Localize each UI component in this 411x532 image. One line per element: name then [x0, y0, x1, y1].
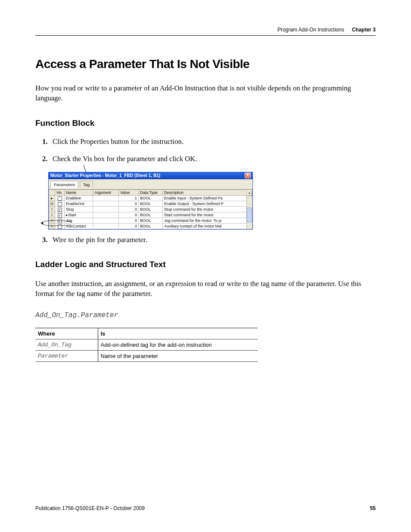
- cell-value: 0: [119, 201, 139, 207]
- cell-name: ▸Start: [65, 212, 93, 218]
- cell-datatype: BOOL: [139, 207, 163, 212]
- properties-dialog: Motor_Starter Properties - Motor_1_FBD (…: [48, 172, 253, 230]
- vis-checkbox[interactable]: [58, 224, 62, 229]
- step-2: 2.Check the Vis box for the parameter an…: [42, 155, 376, 163]
- where-is-table: Where Is Add_On_Tag Add-on-defined tag f…: [35, 328, 258, 362]
- cell-value: 0: [119, 212, 139, 218]
- grid-row[interactable]: I✓Jog0BOOLJog command for the motor. To …: [49, 218, 252, 224]
- callout-arrow: [41, 220, 49, 225]
- code-format: Add_On_Tag.Parameter: [35, 311, 376, 319]
- steps-list-cont: 3.Wire to the pin for the parameter.: [42, 236, 376, 244]
- grid-row[interactable]: OEnableOut0BOOLEnable Output - System De…: [49, 201, 252, 207]
- tab-tag[interactable]: Tag: [80, 181, 93, 188]
- section-ladder-logic: Ladder Logic and Structured Text: [35, 260, 376, 269]
- cell-description: Stop command for the motor.: [163, 207, 252, 212]
- cell-argument: [93, 196, 119, 201]
- cell-datatype: BOOL: [139, 218, 163, 224]
- cell-value: 0: [119, 207, 139, 212]
- cell-description: Enable Output - System Defined P: [163, 201, 252, 207]
- col-argument: Argument: [93, 190, 119, 196]
- cell-argument: [93, 212, 119, 218]
- row-header: ▸: [49, 196, 55, 201]
- col-datatype: Data Type: [139, 190, 163, 196]
- ladder-paragraph: Use another instruction, an assignment, …: [35, 279, 376, 299]
- vertical-scrollbar[interactable]: ▴: [246, 190, 252, 229]
- cell-name: EnableIn: [65, 196, 93, 201]
- vis-checkbox[interactable]: [58, 196, 62, 201]
- cell-datatype: BOOL: [139, 196, 163, 201]
- header-section: Program Add-On Instructions: [277, 27, 344, 33]
- cell-name: Stop: [65, 207, 93, 212]
- col-name: Name: [65, 190, 93, 196]
- section-function-block: Function Block: [35, 118, 376, 128]
- vis-checkbox[interactable]: ✓: [58, 213, 62, 218]
- page-title: Access a Parameter That Is Not Visible: [35, 57, 376, 71]
- dialog-screenshot: Motor_Starter Properties - Motor_1_FBD (…: [48, 172, 253, 230]
- intro-paragraph: How you read or write to a parameter of …: [35, 83, 376, 103]
- cell-name: AuxContact: [65, 224, 93, 229]
- page-header: Program Add-On Instructions Chapter 3: [35, 27, 376, 36]
- cell-argument: [93, 207, 119, 212]
- cell-value: 0: [119, 224, 139, 229]
- header-chapter: Chapter 3: [352, 27, 376, 33]
- col-description: Description: [163, 190, 252, 196]
- cell-description: Auxiliary contact of the motor Mal: [163, 224, 252, 229]
- tabs-row: Parameters Tag: [49, 179, 252, 190]
- scroll-up-button[interactable]: ▴: [247, 190, 252, 196]
- titlebar: Motor_Starter Properties - Motor_1_FBD (…: [49, 172, 252, 179]
- page-footer: Publication 1756-QS001E-EN-P - October 2…: [35, 505, 376, 511]
- row-header: O: [49, 201, 55, 207]
- row-header: I: [49, 212, 55, 218]
- row-header: I: [49, 207, 55, 212]
- close-button[interactable]: X: [245, 173, 251, 178]
- tab-parameters[interactable]: Parameters: [50, 181, 78, 188]
- cell-description: Jog command for the motor. To jo: [163, 218, 252, 224]
- cell-argument: [93, 218, 119, 224]
- parameters-grid[interactable]: Vis Name Argument Value Data Type Descri…: [49, 190, 252, 229]
- cell-name: EnableOut: [65, 201, 93, 207]
- step-1: 1.Click the Properties button for the in…: [42, 137, 376, 146]
- cell-argument: [93, 224, 119, 229]
- cell-datatype: BOOL: [139, 224, 163, 229]
- cell-value: 1: [119, 196, 139, 201]
- col-is: Is: [98, 328, 258, 339]
- steps-list: 1.Click the Properties button for the in…: [42, 137, 376, 163]
- cell-datatype: BOOL: [139, 212, 163, 218]
- grid-row[interactable]: I✓▸Start0BOOLStart command for the motor…: [49, 212, 252, 218]
- step-3: 3.Wire to the pin for the parameter.: [42, 236, 376, 244]
- vis-checkbox[interactable]: [58, 202, 62, 206]
- cell-value: 0: [119, 218, 139, 224]
- grid-row[interactable]: ▸EnableIn1BOOLEnable Input - System Defi…: [49, 196, 252, 201]
- cell-description: Enable Input - System Defined Pa: [163, 196, 252, 201]
- page-number: 55: [370, 505, 376, 511]
- grid-header-row: Vis Name Argument Value Data Type Descri…: [49, 190, 252, 196]
- table-row: Add_On_Tag Add-on-defined tag for the ad…: [35, 339, 258, 351]
- col-where: Where: [35, 328, 98, 339]
- scroll-thumb[interactable]: [247, 208, 252, 222]
- dialog-title: Motor_Starter Properties - Motor_1_FBD (…: [50, 173, 160, 178]
- col-vis: Vis: [55, 190, 65, 196]
- cell-name: Jog: [65, 218, 93, 224]
- publication-info: Publication 1756-QS001E-EN-P - October 2…: [35, 505, 145, 511]
- col-value: Value: [119, 190, 139, 196]
- table-row: Parameter Name of the parameter: [35, 351, 258, 362]
- vis-checkbox[interactable]: ✓: [58, 208, 62, 212]
- cell-datatype: BOOL: [139, 201, 163, 207]
- grid-row[interactable]: IAuxContact0BOOLAuxiliary contact of the…: [49, 224, 252, 229]
- cell-argument: [93, 201, 119, 207]
- cell-description: Start command for the motor.: [163, 212, 252, 218]
- grid-row[interactable]: I✓Stop0BOOLStop command for the motor.: [49, 207, 252, 212]
